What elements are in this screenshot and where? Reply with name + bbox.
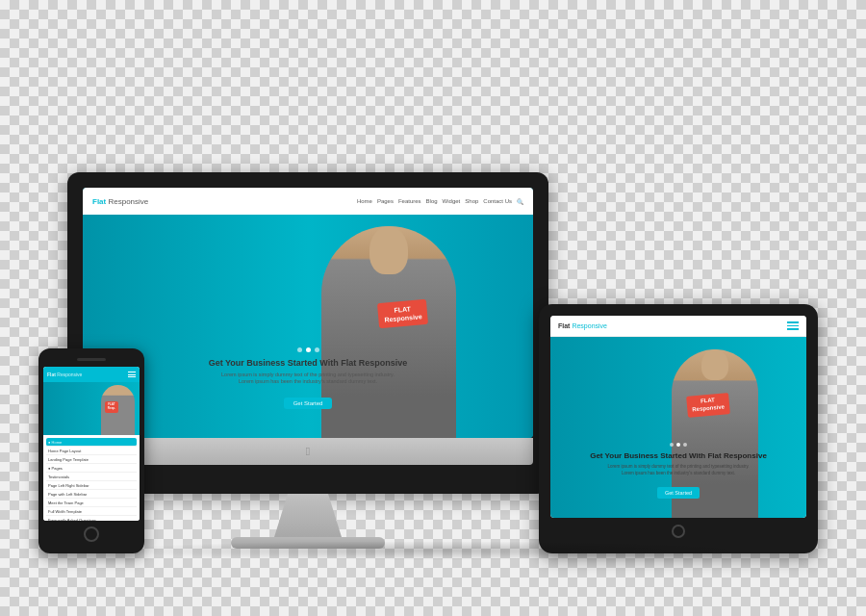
dot-3 (315, 347, 319, 352)
imac-hero: FLAT Responsive Get Your Business Starte… (83, 215, 533, 438)
iphone-menu-landing[interactable]: Landing Page Template (46, 455, 137, 464)
iphone-menu-pages[interactable]: ● Pages (46, 464, 137, 473)
brand-bold: Flat (92, 197, 106, 206)
hero-title: Get Your Business Started With Flat Resp… (83, 358, 533, 368)
brand-light: Responsive (106, 197, 148, 206)
ipad-dot-1 (670, 443, 674, 447)
iphone-menu-faq[interactable]: Frequently Asked Questions (46, 516, 137, 521)
dot-1 (297, 347, 302, 352)
iphone-device: Flat Responsive FLATResp. ● Home Home Pa… (38, 348, 144, 553)
hero-subtitle: Lorem ipsum is simply dummy text of the … (83, 372, 533, 386)
ipad-badge: FLATResponsive (686, 393, 729, 417)
ipad-hamburger-icon (787, 321, 799, 330)
hero-content: Get Your Business Started With Flat Resp… (83, 347, 533, 409)
iphone-menu-left-sidebar[interactable]: Page with Left Sidebar (46, 490, 137, 499)
iphone-menu-left-right[interactable]: Page Left Right Sidebar (46, 481, 137, 490)
imac-chin:  (83, 438, 533, 465)
iphone-home-button[interactable] (84, 526, 99, 542)
device-shadow (102, 541, 764, 560)
ipad-dot-2 (676, 443, 680, 447)
imac-brand: Flat Responsive (92, 197, 148, 206)
iphone-menu-home[interactable]: ● Home (46, 438, 137, 447)
iphone-menu-full-width[interactable]: Full Width Template (46, 507, 137, 516)
ipad-hero: FLATResponsive Get Your Business Started… (550, 337, 806, 518)
ipad-dot-3 (683, 443, 687, 447)
iphone-menu-testimonials[interactable]: Testimonials (46, 473, 137, 481)
ipad-body: Flat Responsive FLATResponsive (539, 304, 818, 553)
apple-logo-icon:  (301, 445, 315, 458)
iphone-screen: Flat Responsive FLATResp. ● Home Home Pa… (43, 367, 140, 521)
hero-cta-button[interactable]: Get Started (284, 398, 333, 409)
iphone-menu-team[interactable]: Meet the Team Page (46, 499, 137, 507)
iphone-brand: Flat Responsive (47, 372, 82, 377)
ipad-dots (550, 443, 806, 447)
imac-nav-links: Home Pages Features Blog Widget Shop Con… (357, 198, 523, 205)
ipad-brand: Flat Responsive (558, 322, 607, 329)
ipad-screen: Flat Responsive FLATResponsive (550, 316, 806, 518)
iphone-hamburger-icon (128, 372, 136, 377)
iphone-nav: Flat Responsive (43, 367, 140, 382)
ipad-cta-button[interactable]: Get Started (657, 487, 700, 499)
dot-2 (306, 347, 311, 352)
iphone-sidebar: ● Home Home Page Layout Landing Page Tem… (43, 435, 140, 521)
imac-website-nav: Flat Responsive Home Pages Features Blog… (83, 188, 533, 215)
imac-screen: Flat Responsive Home Pages Features Blog… (83, 188, 533, 438)
hero-badge: FLAT Responsive (377, 299, 428, 329)
hero-dots (83, 347, 533, 352)
scene: Flat Responsive Home Pages Features Blog… (19, 10, 847, 606)
ipad-subtitle: Lorem ipsum is simply dummy text of the … (550, 464, 806, 476)
iphone-hero: FLATResp. (43, 382, 140, 435)
iphone-speaker (77, 358, 106, 361)
ipad-nav: Flat Responsive (550, 316, 806, 337)
ipad-title: Get Your Business Started With Flat Resp… (550, 451, 806, 460)
ipad-device: Flat Responsive FLATResponsive (539, 304, 818, 553)
iphone-menu-home-layout[interactable]: Home Page Layout (46, 447, 137, 455)
ipad-content: Get Your Business Started With Flat Resp… (550, 443, 806, 499)
iphone-badge: FLATResp. (105, 401, 118, 413)
iphone-body: Flat Responsive FLATResp. ● Home Home Pa… (38, 348, 144, 553)
imac-stand (274, 494, 342, 537)
ipad-home-button[interactable] (672, 525, 685, 538)
